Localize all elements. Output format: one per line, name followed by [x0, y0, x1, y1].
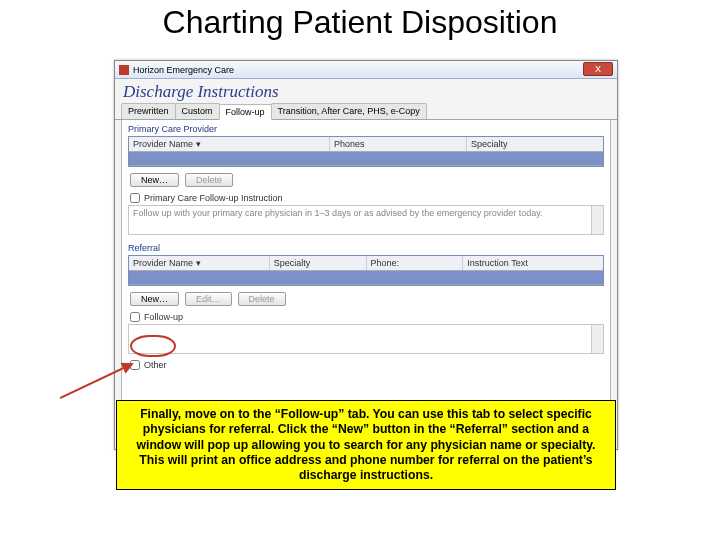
referral-delete-button[interactable]: Delete: [238, 292, 286, 306]
slide-title: Charting Patient Disposition: [0, 0, 720, 51]
primary-followup-check-label: Primary Care Follow-up Instruction: [144, 193, 283, 203]
col-phone: Phones: [330, 137, 467, 151]
app-window: Horizon Emergency Care X Discharge Instr…: [114, 60, 618, 450]
tab-transition[interactable]: Transition, After Care, PHS, e-Copy: [271, 103, 427, 119]
app-icon: [119, 65, 129, 75]
referral-followup-checkbox[interactable]: Follow-up: [122, 312, 610, 322]
other-checkbox[interactable]: Other: [122, 360, 610, 370]
scrollbar[interactable]: [591, 206, 603, 234]
tab-prewritten[interactable]: Prewritten: [121, 103, 176, 119]
close-button[interactable]: X: [583, 62, 613, 76]
referral-new-button[interactable]: New…: [130, 292, 179, 306]
scrollbar[interactable]: [591, 325, 603, 353]
primary-selected-row[interactable]: [129, 152, 603, 166]
primary-followup-check-input[interactable]: [130, 193, 140, 203]
referral-group-label: Referral: [122, 243, 610, 255]
other-check-label: Other: [144, 360, 167, 370]
referral-grid[interactable]: Provider Name ▾ Specialty Phone: Instruc…: [128, 255, 604, 286]
dialog-title: Discharge Instructions: [115, 79, 617, 103]
col-provider: Provider Name ▾: [129, 256, 270, 270]
primary-new-button[interactable]: New…: [130, 173, 179, 187]
window-titlebar: Horizon Emergency Care X: [115, 61, 617, 79]
referral-grid-header: Provider Name ▾ Specialty Phone: Instruc…: [129, 256, 603, 271]
primary-buttons: New… Delete: [122, 167, 610, 193]
col-specialty: Specialty: [270, 256, 367, 270]
referral-selected-row[interactable]: [129, 271, 603, 285]
sort-icon: ▾: [196, 139, 201, 149]
referral-buttons: New… Edit… Delete: [122, 286, 610, 312]
sort-icon: ▾: [196, 258, 201, 268]
referral-edit-button[interactable]: Edit…: [185, 292, 232, 306]
col-specialty: Specialty: [467, 137, 603, 151]
tab-bar: Prewritten Custom Follow-up Transition, …: [115, 103, 617, 120]
other-check-input[interactable]: [130, 360, 140, 370]
referral-followup-check-input[interactable]: [130, 312, 140, 322]
primary-grid[interactable]: Provider Name ▾ Phones Specialty: [128, 136, 604, 167]
primary-instruction-text: Follow up with your primary care physici…: [129, 206, 603, 220]
col-instruction-text: Instruction Text: [463, 256, 603, 270]
tab-custom[interactable]: Custom: [175, 103, 220, 119]
primary-delete-button[interactable]: Delete: [185, 173, 233, 187]
instruction-caption: Finally, move on to the “Follow-up” tab.…: [116, 400, 616, 490]
primary-followup-checkbox[interactable]: Primary Care Follow-up Instruction: [122, 193, 610, 203]
primary-instruction-box[interactable]: Follow up with your primary care physici…: [128, 205, 604, 235]
col-provider: Provider Name ▾: [129, 137, 330, 151]
app-name: Horizon Emergency Care: [133, 65, 234, 75]
primary-group-label: Primary Care Provider: [122, 124, 610, 136]
tab-follow-up[interactable]: Follow-up: [219, 104, 272, 120]
referral-instruction-box[interactable]: [128, 324, 604, 354]
primary-grid-header: Provider Name ▾ Phones Specialty: [129, 137, 603, 152]
col-phone: Phone:: [367, 256, 464, 270]
referral-followup-check-label: Follow-up: [144, 312, 183, 322]
